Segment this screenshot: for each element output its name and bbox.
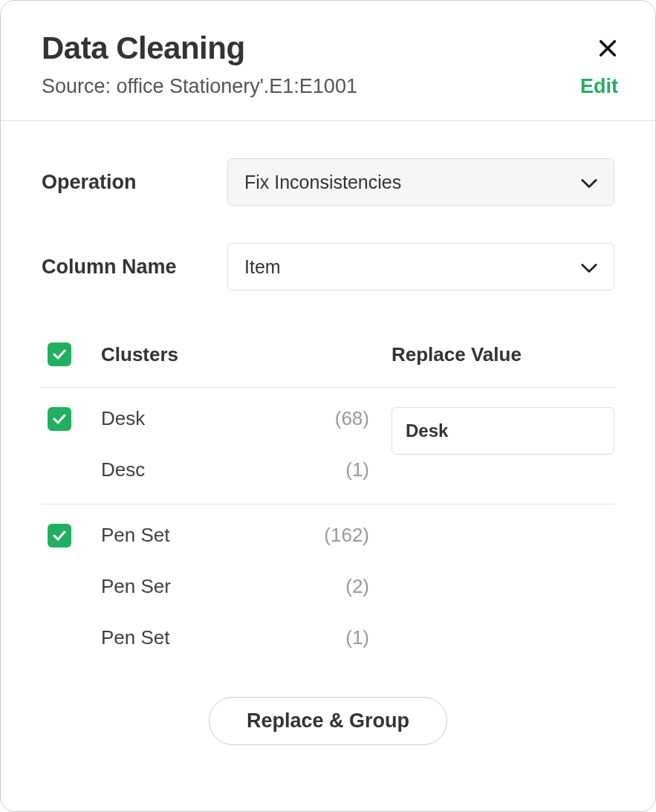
column-value: Item <box>244 256 281 278</box>
dialog-title: Data Cleaning <box>42 30 245 66</box>
replace-group-button[interactable]: Replace & Group <box>209 697 447 745</box>
row-checkbox[interactable] <box>48 524 71 548</box>
cluster-item-name: Pen Ser <box>101 575 171 598</box>
close-icon[interactable] <box>597 38 618 59</box>
operation-value: Fix Inconsistencies <box>244 172 401 193</box>
cluster-item-name: Pen Set <box>101 626 170 649</box>
cluster-item-count: (162) <box>324 524 369 547</box>
cluster-item-count: (1) <box>345 458 369 481</box>
column-row: Column Name Item <box>42 243 614 290</box>
cluster-item-count: (68) <box>335 407 369 430</box>
operation-select[interactable]: Fix Inconsistencies <box>227 158 614 206</box>
clusters-header: Clusters <box>101 343 392 366</box>
cluster-item: Pen Set (1) <box>101 626 369 649</box>
source-label: Source: office Stationery'.E1:E1001 <box>42 75 357 98</box>
cluster-row: Desk (68) Desc (1) <box>42 388 614 504</box>
dialog-header: Data Cleaning Source: office Stationery'… <box>1 1 655 121</box>
edit-link[interactable]: Edit <box>580 75 618 98</box>
cluster-item: Desc (1) <box>101 458 369 481</box>
operation-row: Operation Fix Inconsistencies <box>42 158 614 206</box>
chevron-down-icon <box>581 256 597 278</box>
cluster-item: Pen Ser (2) <box>101 575 369 598</box>
cluster-item: Pen Set (162) <box>101 524 369 547</box>
operation-label: Operation <box>42 171 227 194</box>
cluster-row: Pen Set (162) Pen Ser (2) Pen Set (1) <box>42 504 614 672</box>
table-header-row: Clusters Replace Value <box>42 328 614 388</box>
select-all-checkbox[interactable] <box>48 342 71 366</box>
row-checkbox[interactable] <box>48 407 71 431</box>
column-select[interactable]: Item <box>227 243 614 290</box>
column-label: Column Name <box>42 256 227 279</box>
cluster-item-count: (2) <box>345 575 369 598</box>
cluster-item-name: Pen Set <box>101 524 170 547</box>
replace-header: Replace Value <box>392 343 614 366</box>
chevron-down-icon <box>581 172 597 193</box>
dialog-footer: Replace & Group <box>42 672 614 775</box>
cluster-item-name: Desc <box>101 458 145 481</box>
cluster-item: Desk (68) <box>101 407 369 430</box>
cluster-item-count: (1) <box>345 626 369 649</box>
cluster-item-name: Desk <box>101 407 145 430</box>
clusters-table: Clusters Replace Value Desk (68) Desc (1… <box>42 328 614 672</box>
replace-value-input[interactable] <box>392 407 614 455</box>
